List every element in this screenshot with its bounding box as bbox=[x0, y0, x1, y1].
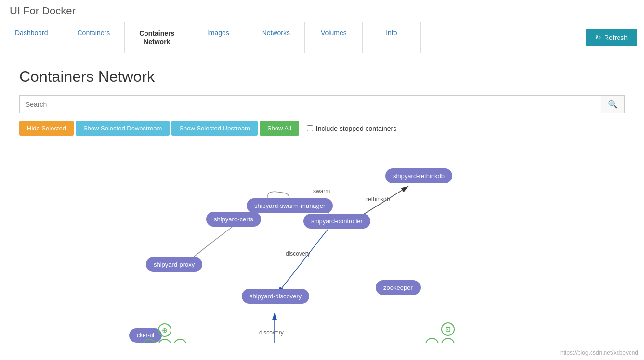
nav-volumes[interactable]: Volumes bbox=[305, 22, 363, 53]
node-proxy[interactable]: shipyard-proxy bbox=[146, 257, 202, 272]
node-rethinkdb[interactable]: shipyard-rethinkdb bbox=[385, 168, 452, 183]
node-controller[interactable]: shipyard-controller bbox=[303, 214, 370, 229]
svg-line-3 bbox=[277, 230, 328, 294]
nav-images[interactable]: Images bbox=[189, 22, 247, 53]
main-nav: Dashboard Containers ContainersNetwork I… bbox=[0, 22, 579, 53]
nav-containers[interactable]: Containers bbox=[63, 22, 125, 53]
app-header: UI For Docker bbox=[0, 0, 644, 22]
hide-selected-button[interactable]: Hide Selected bbox=[19, 121, 74, 136]
label-discovery: discovery bbox=[286, 250, 310, 257]
nav-containers-network[interactable]: ContainersNetwork bbox=[125, 22, 189, 53]
app-title: UI For Docker bbox=[10, 5, 76, 17]
icon-expand-up[interactable]: ⊕ bbox=[158, 323, 171, 337]
node-zookeeper[interactable]: zookeeper bbox=[376, 280, 421, 295]
search-container: 🔍 bbox=[19, 95, 625, 113]
icon2-square[interactable]: ⊡ bbox=[441, 322, 455, 336]
nav-info[interactable]: Info bbox=[363, 22, 421, 53]
main-content: Containers Network 🔍 Hide Selected Show … bbox=[0, 53, 644, 357]
label-rethinkdb: rethinkdb bbox=[366, 196, 390, 203]
node-swarm-manager[interactable]: shipyard-swarm-manager bbox=[247, 198, 333, 213]
show-downstream-button[interactable]: Show Selected Downstream bbox=[76, 121, 170, 136]
show-upstream-button[interactable]: Show Selected Upstream bbox=[171, 121, 258, 136]
search-button[interactable]: 🔍 bbox=[601, 95, 625, 113]
icon-right[interactable]: ⊖ bbox=[173, 339, 187, 343]
icon2-minus[interactable]: ⊖ bbox=[425, 338, 439, 343]
watermark: https://blog.csdn.net/xcbeyond bbox=[560, 349, 638, 356]
search-input[interactable] bbox=[19, 95, 601, 113]
nav-networks[interactable]: Networks bbox=[247, 22, 305, 53]
search-icon: 🔍 bbox=[608, 100, 618, 108]
node-certs[interactable]: shipyard-certs bbox=[206, 212, 261, 227]
include-stopped-text: Include stopped containers bbox=[316, 125, 396, 132]
page-title: Containers Network bbox=[19, 68, 625, 86]
node-discovery[interactable]: shipyard-discovery bbox=[242, 289, 309, 304]
include-stopped-label: Include stopped containers bbox=[307, 125, 396, 132]
icon2-plus[interactable]: ⊕ bbox=[441, 338, 455, 343]
label-discovery2: discovery bbox=[259, 329, 284, 336]
actions-bar: Hide Selected Show Selected Downstream S… bbox=[19, 121, 625, 136]
header-row: Dashboard Containers ContainersNetwork I… bbox=[0, 22, 644, 53]
include-stopped-checkbox[interactable] bbox=[307, 125, 313, 131]
refresh-label: Refresh bbox=[604, 34, 628, 41]
show-all-button[interactable]: Show All bbox=[260, 121, 299, 136]
refresh-icon: ↻ bbox=[595, 34, 601, 41]
refresh-area: ↻ Refresh bbox=[579, 22, 644, 53]
graph-area: shipyard-rethinkdb shipyard-swarm-manage… bbox=[19, 141, 625, 343]
graph-svg bbox=[19, 141, 625, 343]
label-swarm: swarm bbox=[313, 188, 330, 194]
refresh-button[interactable]: ↻ Refresh bbox=[586, 29, 637, 46]
nav-dashboard[interactable]: Dashboard bbox=[0, 22, 63, 53]
